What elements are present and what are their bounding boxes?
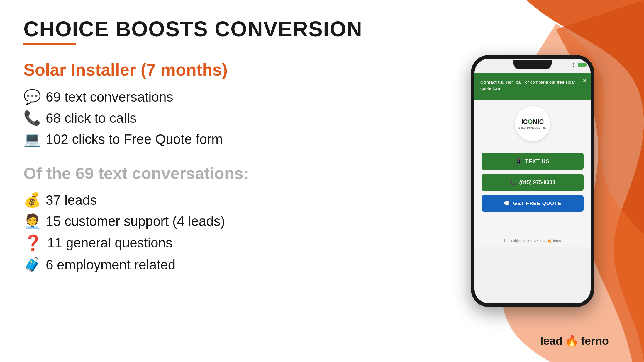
right-panel: × Contact us. Text, call, or complete ou…: [445, 18, 621, 344]
call-button[interactable]: 📞 (815) 975-8303: [482, 174, 584, 191]
widget-contact-text: Contact us. Text, call, or complete our …: [480, 79, 585, 91]
brand-name-part1: lead: [540, 335, 562, 347]
result-text-4: 6 employment related: [46, 257, 175, 273]
section1-title: Solar Installer (7 months): [23, 59, 427, 80]
phone-screen: × Contact us. Text, call, or complete ou…: [474, 59, 591, 303]
title-underline: [23, 43, 76, 45]
result-item-1: 💰 37 leads: [23, 192, 427, 208]
footer-brand-name2: ferno: [553, 239, 561, 243]
stat-emoji-2: 📞: [23, 110, 41, 126]
brand-logo: ICONIC Solar Professionals: [515, 106, 550, 141]
footer-brand: lead 🔥 ferno: [540, 239, 561, 243]
brand-name-part2: ferno: [581, 335, 609, 347]
result-emoji-4: 🧳: [23, 257, 41, 273]
logo-sub-text: Solar Professionals: [518, 126, 547, 129]
quote-label: GET FREE QUOTE: [513, 201, 561, 206]
page-title: CHOICE BOOSTS CONVERSION: [23, 18, 427, 41]
result-text-1: 37 leads: [46, 192, 97, 208]
stat-item-1: 💬 69 text conversations: [23, 89, 427, 105]
widget-header: × Contact us. Text, call, or complete ou…: [474, 73, 591, 100]
result-item-4: 🧳 6 employment related: [23, 257, 427, 273]
phone-outer: × Contact us. Text, call, or complete ou…: [471, 55, 594, 307]
stat-item-3: 💻 102 clicks to Free Quote form: [23, 131, 427, 147]
wifi-icon: [571, 63, 577, 67]
result-emoji-3: ❓: [23, 234, 43, 252]
phone-notch: [513, 60, 552, 69]
stat-text-1: 69 text conversations: [46, 89, 173, 105]
result-emoji-2: 🧑‍💼: [23, 213, 41, 229]
stat-item-2: 📞 68 click to calls: [23, 110, 427, 126]
contact-bold: Contact us.: [480, 80, 504, 85]
result-emoji-1: 💰: [23, 192, 41, 208]
quote-button[interactable]: 💬 GET FREE QUOTE: [482, 195, 584, 212]
result-text-2: 15 customer support (4 leads): [46, 213, 225, 229]
stat-text-2: 68 click to calls: [46, 110, 136, 126]
result-item-3: ❓ 11 general questions: [23, 234, 427, 252]
left-panel: CHOICE BOOSTS CONVERSION Solar Installer…: [23, 18, 445, 344]
text-us-button[interactable]: 📱 TEXT US: [482, 153, 584, 170]
dot-separator: •: [537, 238, 540, 243]
call-number: (815) 975-8303: [519, 180, 555, 186]
results-list: 💰 37 leads 🧑‍💼 15 customer support (4 le…: [23, 192, 427, 273]
phone-mockup: × Contact us. Text, call, or complete ou…: [471, 55, 594, 307]
leadferno-branding: lead 🔥 ferno: [540, 334, 609, 347]
brand-fire-icon: 🔥: [565, 334, 579, 347]
result-text-3: 11 general questions: [47, 235, 172, 251]
status-icons: [571, 63, 586, 67]
stats-list: 💬 69 text conversations 📞 68 click to ca…: [23, 89, 427, 147]
footer-brand-name: lead: [540, 239, 546, 243]
widget-close-button[interactable]: ×: [583, 77, 587, 84]
call-icon: 📞: [510, 179, 516, 186]
stat-emoji-1: 💬: [23, 89, 41, 105]
footer-fire-icon: 🔥: [548, 239, 552, 243]
phone-icon: 📱: [516, 158, 522, 165]
widget-buttons: 📱 TEXT US 📞 (815) 975-8303 💬 GET FREE QU…: [474, 150, 591, 221]
widget-footer: Use subject to terms • lead 🔥 ferno: [474, 221, 591, 247]
result-item-2: 🧑‍💼 15 customer support (4 leads): [23, 213, 427, 229]
battery-icon: [578, 63, 586, 67]
text-us-label: TEXT US: [525, 158, 550, 165]
footer-terms: Use subject to terms: [504, 239, 536, 243]
section2-title: Of the 69 text conversations:: [23, 163, 427, 183]
quote-icon: 💬: [504, 200, 510, 206]
widget-logo-area: ICONIC Solar Professionals: [474, 100, 591, 150]
stat-emoji-3: 💻: [23, 131, 41, 147]
stat-text-3: 102 clicks to Free Quote form: [46, 131, 223, 147]
logo-iconic-text: ICONIC: [521, 118, 544, 126]
